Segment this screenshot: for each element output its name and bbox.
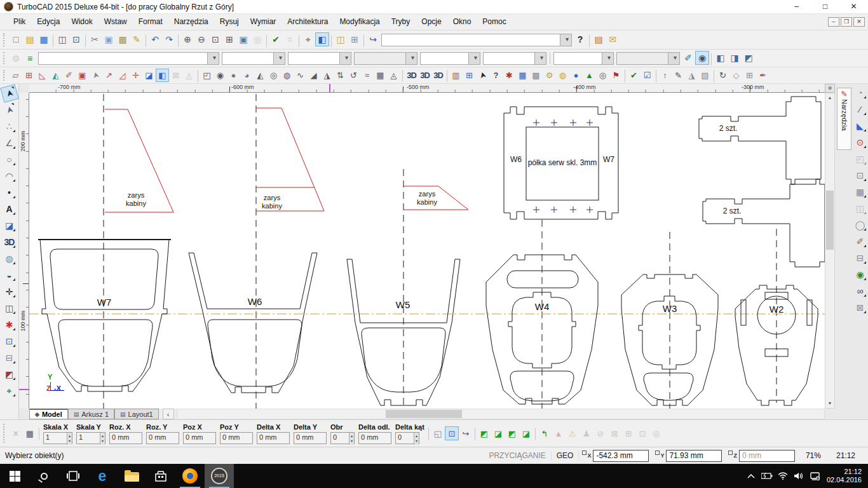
maximize-button[interactable]: □ (811, 0, 839, 13)
up-a[interactable]: ⊞ (621, 426, 635, 440)
snap-view[interactable]: ◩ (477, 426, 491, 440)
calculator[interactable]: ▦ (516, 69, 529, 82)
select-mode[interactable]: ➤ (475, 67, 491, 83)
y-coordinate-field[interactable]: 71.93 mm (666, 450, 722, 462)
label-2szt-2[interactable]: 2 szt. (723, 207, 742, 216)
palette[interactable]: ✱ (503, 69, 516, 82)
linetype-combo[interactable] (288, 52, 351, 65)
ungroup-tools[interactable]: ⊟ (2, 350, 17, 365)
modify-2d[interactable]: ◔ (853, 85, 868, 100)
geo-indicator[interactable]: GEO (552, 451, 580, 460)
origin-ref[interactable]: ◎ (649, 426, 663, 440)
copy[interactable]: ▣ (102, 32, 116, 46)
render-orb[interactable]: ● (569, 69, 583, 82)
material-combo[interactable] (553, 52, 614, 65)
field-value[interactable]: 0 (395, 432, 419, 444)
snap-modes[interactable]: ∴ (2, 119, 17, 134)
move-up[interactable]: ↑ (658, 69, 672, 82)
label-zarys-kabiny-1[interactable]: zarys kabiny (126, 191, 146, 207)
wifi-icon[interactable] (775, 464, 791, 488)
properties-sheet[interactable]: ▩ (529, 69, 543, 82)
workplane-by-face[interactable]: ▱ (9, 69, 22, 82)
render-combo[interactable] (616, 52, 680, 65)
toolbar-grip[interactable] (3, 33, 7, 46)
facet-select[interactable]: ◪ (142, 69, 156, 82)
edit-text[interactable]: ✎ (672, 69, 685, 82)
toolbar-grip[interactable] (3, 52, 7, 64)
arc-3d[interactable]: 3D (431, 69, 445, 82)
workplane-z[interactable]: ◭ (49, 69, 62, 82)
color-combo[interactable] (222, 52, 285, 65)
save[interactable]: ▦ (37, 32, 51, 46)
insert-xref[interactable]: ⊞ (348, 32, 362, 46)
polar-coords[interactable]: ↪ (459, 426, 473, 440)
zoom-level[interactable]: 71% (798, 451, 829, 460)
zoom-in[interactable]: ⊕ (180, 32, 194, 46)
snap-workplane[interactable]: ◪ (491, 426, 505, 440)
search-button[interactable] (29, 464, 58, 488)
action-center-icon[interactable] (807, 464, 823, 488)
field-value[interactable]: 1 (43, 432, 72, 444)
torus[interactable]: ◍ (280, 69, 294, 82)
scroll-down-arrow[interactable]: ▼ (825, 399, 834, 408)
field-value[interactable]: 0 mm (220, 432, 253, 444)
layer-combo[interactable] (38, 52, 219, 65)
vertical-ruler[interactable]: 200 mm100 mm (19, 93, 29, 409)
label-w2[interactable]: W2 (770, 304, 784, 315)
sign-tool[interactable]: ✒ (756, 69, 770, 82)
hyperlink[interactable]: ↪ (366, 32, 380, 46)
arc-tools[interactable]: ◠ (2, 168, 17, 184)
snap-mode-indicator[interactable]: PRZYCIĄGANIE (484, 451, 551, 460)
label-zarys-kabiny-3[interactable]: zarys kabiny (417, 190, 437, 206)
relative-coords[interactable]: ⊡ (445, 426, 459, 440)
zoom-out[interactable]: ⊖ (194, 32, 208, 46)
frame-lock[interactable]: ⊠ (607, 426, 621, 440)
vertical-scrollbar[interactable]: ▲ ▼ (825, 93, 835, 409)
edge-button[interactable]: e (88, 464, 117, 488)
scroll-up-arrow[interactable]: ▲ (825, 93, 834, 102)
polyline-3d-tools[interactable]: 3D (2, 234, 17, 250)
fillet-tool[interactable]: ⊙ (853, 135, 868, 150)
workplane-3pt[interactable]: ◺ (36, 69, 49, 82)
send-mail[interactable]: ✉ (606, 32, 620, 46)
speaker-icon[interactable] (791, 464, 807, 488)
light-tool[interactable]: ◍ (556, 69, 569, 82)
spell-check[interactable]: ✔ (269, 32, 283, 46)
pen-style[interactable]: ✐ (681, 51, 695, 65)
taskbar-clock[interactable]: 21:12 02.04.2016 (823, 468, 868, 484)
mdi-restore-button[interactable]: ❐ (841, 17, 852, 27)
sphere-node[interactable]: ◉ (214, 69, 227, 82)
field-value[interactable]: 0 mm (358, 432, 391, 444)
hatch-edit[interactable]: ▨ (698, 69, 712, 82)
menu-plik[interactable]: Plik (8, 14, 31, 30)
workplane-edit[interactable]: ✐ (62, 69, 76, 82)
degrade[interactable]: ▲ (552, 426, 566, 440)
extrude[interactable]: ⇅ (334, 69, 347, 82)
slot-tool[interactable]: ⊟ (853, 250, 868, 266)
close-button[interactable]: ✕ (839, 0, 868, 13)
workplane-rotate[interactable]: ↗ (102, 69, 116, 82)
pen-mod[interactable]: ✐ (853, 234, 868, 249)
expand-view[interactable]: ⊠ (169, 69, 182, 82)
lock-aspect[interactable]: ◱ (431, 426, 445, 440)
mdi-minimize-button[interactable]: – (828, 17, 839, 27)
object-2d3d-a[interactable]: ◧ (714, 51, 728, 65)
label-2szt-1[interactable]: 2 szt. (719, 125, 738, 133)
layout-tool[interactable]: ⊞ (743, 69, 756, 82)
color-swap[interactable]: ◩ (2, 367, 17, 382)
menu-format[interactable]: Format (133, 14, 168, 30)
explode-tool[interactable]: ✱ (2, 317, 17, 332)
app-icon[interactable] (4, 2, 13, 11)
chart-tool[interactable]: ▥ (449, 69, 463, 82)
toolbar-grip[interactable] (3, 70, 7, 81)
hatch-tools[interactable]: ◪ (2, 218, 17, 233)
query-tool[interactable]: ? (489, 69, 503, 82)
menu-tryby[interactable]: Tryby (386, 14, 416, 30)
person[interactable]: ♟ (580, 426, 593, 440)
label-w6[interactable]: W6 (248, 296, 262, 307)
cut[interactable]: ✂ (88, 32, 102, 46)
box-tools[interactable]: ◫ (2, 301, 17, 316)
field-value[interactable]: 0 mm (294, 432, 327, 444)
menu-narzedzia[interactable]: Narzędzia (168, 14, 214, 30)
tray-chevron-icon[interactable] (743, 464, 759, 488)
